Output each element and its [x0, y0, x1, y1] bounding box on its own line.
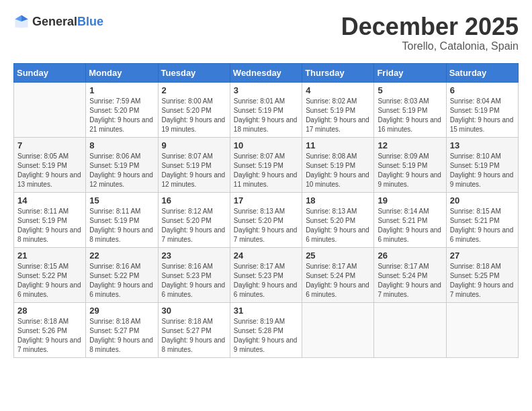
day-number: 21	[17, 250, 82, 261]
day-info: Sunrise: 8:11 AMSunset: 5:19 PMDaylight:…	[17, 207, 82, 244]
calendar-cell: 31Sunrise: 8:19 AMSunset: 5:28 PMDayligh…	[230, 302, 302, 357]
calendar-cell: 26Sunrise: 8:17 AMSunset: 5:24 PMDayligh…	[374, 247, 446, 302]
day-info: Sunrise: 8:01 AMSunset: 5:19 PMDaylight:…	[234, 97, 298, 134]
col-header-saturday: Saturday	[446, 63, 518, 82]
calendar-week-row: 7Sunrise: 8:05 AMSunset: 5:19 PMDaylight…	[14, 137, 519, 192]
day-number: 26	[378, 250, 442, 261]
day-number: 31	[234, 306, 298, 316]
calendar-cell	[302, 302, 374, 357]
day-number: 17	[234, 195, 298, 205]
calendar-cell	[446, 302, 518, 357]
day-info: Sunrise: 8:06 AMSunset: 5:19 PMDaylight:…	[89, 152, 154, 189]
day-number: 16	[162, 195, 226, 205]
day-number: 20	[450, 195, 515, 205]
day-info: Sunrise: 8:15 AMSunset: 5:21 PMDaylight:…	[450, 207, 515, 244]
calendar-cell: 13Sunrise: 8:10 AMSunset: 5:19 PMDayligh…	[446, 137, 518, 192]
calendar-cell: 29Sunrise: 8:18 AMSunset: 5:27 PMDayligh…	[86, 302, 158, 357]
col-header-tuesday: Tuesday	[158, 63, 230, 82]
day-number: 15	[89, 195, 154, 205]
calendar-cell: 24Sunrise: 8:17 AMSunset: 5:23 PMDayligh…	[230, 247, 302, 302]
calendar-cell: 8Sunrise: 8:06 AMSunset: 5:19 PMDaylight…	[86, 137, 158, 192]
calendar-cell: 16Sunrise: 8:12 AMSunset: 5:20 PMDayligh…	[158, 192, 230, 247]
title-block: December 2025 Torello, Catalonia, Spain	[341, 13, 519, 52]
calendar-cell: 14Sunrise: 8:11 AMSunset: 5:19 PMDayligh…	[14, 192, 86, 247]
col-header-thursday: Thursday	[302, 63, 374, 82]
day-info: Sunrise: 8:05 AMSunset: 5:19 PMDaylight:…	[17, 152, 82, 189]
logo: GeneralBlue	[13, 13, 103, 30]
calendar-cell: 27Sunrise: 8:18 AMSunset: 5:25 PMDayligh…	[446, 247, 518, 302]
day-number: 23	[162, 250, 226, 261]
logo-icon	[13, 13, 30, 30]
day-number: 7	[17, 140, 82, 150]
calendar-week-row: 14Sunrise: 8:11 AMSunset: 5:19 PMDayligh…	[14, 192, 519, 247]
col-header-friday: Friday	[374, 63, 446, 82]
day-number: 27	[450, 250, 515, 261]
day-number: 19	[378, 195, 442, 205]
location-subtitle: Torello, Catalonia, Spain	[341, 40, 519, 52]
calendar-cell: 12Sunrise: 8:09 AMSunset: 5:19 PMDayligh…	[374, 137, 446, 192]
day-info: Sunrise: 8:18 AMSunset: 5:26 PMDaylight:…	[17, 317, 82, 355]
day-info: Sunrise: 8:10 AMSunset: 5:19 PMDaylight:…	[450, 152, 515, 189]
calendar-cell	[14, 82, 86, 137]
day-number: 13	[450, 140, 515, 150]
day-info: Sunrise: 8:07 AMSunset: 5:19 PMDaylight:…	[234, 152, 298, 189]
day-number: 14	[17, 195, 82, 205]
calendar-cell: 21Sunrise: 8:15 AMSunset: 5:22 PMDayligh…	[14, 247, 86, 302]
day-info: Sunrise: 8:09 AMSunset: 5:19 PMDaylight:…	[378, 152, 442, 189]
day-number: 30	[162, 306, 226, 316]
calendar-cell: 2Sunrise: 8:00 AMSunset: 5:20 PMDaylight…	[158, 82, 230, 137]
day-number: 4	[306, 85, 370, 95]
day-number: 6	[450, 85, 515, 95]
logo-general: General	[32, 15, 77, 28]
calendar-table: SundayMondayTuesdayWednesdayThursdayFrid…	[13, 63, 519, 358]
day-info: Sunrise: 8:13 AMSunset: 5:20 PMDaylight:…	[306, 207, 370, 244]
calendar-cell: 3Sunrise: 8:01 AMSunset: 5:19 PMDaylight…	[230, 82, 302, 137]
day-info: Sunrise: 8:12 AMSunset: 5:20 PMDaylight:…	[162, 207, 226, 244]
day-number: 5	[378, 85, 442, 95]
day-number: 9	[162, 140, 226, 150]
calendar-cell: 7Sunrise: 8:05 AMSunset: 5:19 PMDaylight…	[14, 137, 86, 192]
calendar-cell: 30Sunrise: 8:18 AMSunset: 5:27 PMDayligh…	[158, 302, 230, 357]
day-info: Sunrise: 8:14 AMSunset: 5:21 PMDaylight:…	[378, 207, 442, 244]
day-number: 25	[306, 250, 370, 261]
col-header-wednesday: Wednesday	[230, 63, 302, 82]
calendar-cell: 23Sunrise: 8:16 AMSunset: 5:23 PMDayligh…	[158, 247, 230, 302]
calendar-cell: 25Sunrise: 8:17 AMSunset: 5:24 PMDayligh…	[302, 247, 374, 302]
day-info: Sunrise: 8:13 AMSunset: 5:20 PMDaylight:…	[234, 207, 298, 244]
day-info: Sunrise: 8:17 AMSunset: 5:24 PMDaylight:…	[306, 262, 370, 300]
col-header-sunday: Sunday	[14, 63, 86, 82]
logo-blue: Blue	[77, 15, 103, 28]
calendar-cell: 15Sunrise: 8:11 AMSunset: 5:19 PMDayligh…	[86, 192, 158, 247]
calendar-cell: 22Sunrise: 8:16 AMSunset: 5:22 PMDayligh…	[86, 247, 158, 302]
day-info: Sunrise: 8:16 AMSunset: 5:23 PMDaylight:…	[162, 262, 226, 300]
day-info: Sunrise: 8:15 AMSunset: 5:22 PMDaylight:…	[17, 262, 82, 300]
day-info: Sunrise: 8:03 AMSunset: 5:19 PMDaylight:…	[378, 97, 442, 134]
calendar-cell: 1Sunrise: 7:59 AMSunset: 5:20 PMDaylight…	[86, 82, 158, 137]
calendar-cell: 10Sunrise: 8:07 AMSunset: 5:19 PMDayligh…	[230, 137, 302, 192]
day-number: 8	[89, 140, 154, 150]
day-number: 28	[17, 306, 82, 316]
day-number: 18	[306, 195, 370, 205]
day-number: 2	[162, 85, 226, 95]
month-year-title: December 2025	[341, 13, 519, 40]
col-header-monday: Monday	[86, 63, 158, 82]
day-info: Sunrise: 8:11 AMSunset: 5:19 PMDaylight:…	[89, 207, 154, 244]
calendar-header-row: SundayMondayTuesdayWednesdayThursdayFrid…	[14, 63, 519, 82]
day-info: Sunrise: 8:08 AMSunset: 5:19 PMDaylight:…	[306, 152, 370, 189]
calendar-cell: 4Sunrise: 8:02 AMSunset: 5:19 PMDaylight…	[302, 82, 374, 137]
day-info: Sunrise: 8:07 AMSunset: 5:19 PMDaylight:…	[162, 152, 226, 189]
day-info: Sunrise: 8:16 AMSunset: 5:22 PMDaylight:…	[89, 262, 154, 300]
calendar-cell: 17Sunrise: 8:13 AMSunset: 5:20 PMDayligh…	[230, 192, 302, 247]
day-number: 24	[234, 250, 298, 261]
day-info: Sunrise: 8:18 AMSunset: 5:25 PMDaylight:…	[450, 262, 515, 300]
day-number: 12	[378, 140, 442, 150]
day-number: 1	[89, 85, 154, 95]
page-header: GeneralBlue December 2025 Torello, Catal…	[13, 13, 519, 52]
day-number: 29	[89, 306, 154, 316]
calendar-week-row: 28Sunrise: 8:18 AMSunset: 5:26 PMDayligh…	[14, 302, 519, 357]
day-number: 22	[89, 250, 154, 261]
day-info: Sunrise: 8:19 AMSunset: 5:28 PMDaylight:…	[234, 317, 298, 355]
calendar-cell: 5Sunrise: 8:03 AMSunset: 5:19 PMDaylight…	[374, 82, 446, 137]
day-number: 11	[306, 140, 370, 150]
calendar-week-row: 1Sunrise: 7:59 AMSunset: 5:20 PMDaylight…	[14, 82, 519, 137]
